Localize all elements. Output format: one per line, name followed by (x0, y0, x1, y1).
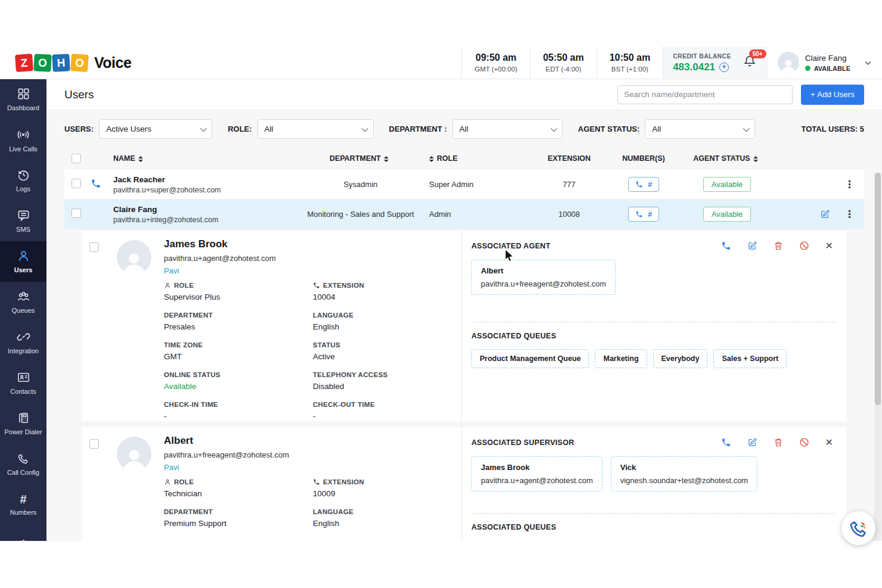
user-email: pavithra.u+super@zohotest.com (113, 186, 292, 194)
column-agent-status[interactable]: AGENT STATUS (679, 154, 775, 163)
hash-icon: # (648, 180, 652, 189)
add-users-button[interactable]: + Add Users (801, 85, 864, 105)
user-department: Monitoring - Sales and Support (292, 210, 429, 219)
search-input[interactable] (617, 85, 793, 104)
user-name: Albert (164, 435, 289, 447)
language-value: English (313, 322, 462, 331)
table-row[interactable]: Claire Fang pavithra.u+integ@zohotest.co… (64, 200, 864, 229)
column-department[interactable]: DEPARTMENT (292, 154, 429, 163)
clock-bst: 10:50 am BST (+1:00) (597, 46, 663, 79)
select-all-checkbox[interactable] (72, 154, 81, 163)
user-name: Jack Reacher (113, 175, 292, 184)
column-extension[interactable]: EXTENSION (530, 154, 608, 163)
user-name: Claire Fang (805, 54, 850, 63)
call-icon[interactable] (91, 178, 101, 189)
users-filter-select[interactable]: Active Users (99, 119, 212, 139)
sort-icon (429, 156, 434, 162)
page-title: Users (64, 88, 94, 101)
delete-icon[interactable] (774, 241, 783, 251)
user-role: Super Admin (429, 180, 530, 189)
associated-queues-title: ASSOCIATED QUEUES (471, 332, 844, 340)
dialer-fab-button[interactable] (841, 511, 875, 545)
phone-icon (635, 181, 643, 188)
row-checkbox[interactable] (89, 439, 99, 449)
department-filter-label: DEPARTMENT : (389, 125, 447, 133)
extension-value: 10009 (313, 489, 462, 498)
header-right: 09:50 am GMT (+00:00) 05:50 am EDT (-4:0… (461, 46, 882, 79)
department-filter-select[interactable]: All (452, 119, 563, 139)
block-icon[interactable] (799, 241, 809, 251)
numbers-hash-icon: # (20, 493, 26, 505)
row-menu-button[interactable]: ⋮ (844, 179, 855, 189)
call-icon[interactable] (721, 437, 731, 447)
agent-status-filter-select[interactable]: All (645, 119, 755, 139)
gear-icon: ⚙ (17, 539, 29, 541)
edit-icon[interactable] (747, 437, 757, 447)
page-header: Users + Add Users (46, 79, 882, 110)
user-menu[interactable]: Claire Fang AVAILABLE (768, 46, 882, 79)
scrollbar-thumb[interactable] (875, 173, 881, 405)
close-icon[interactable]: ✕ (825, 438, 833, 447)
dialer-phone-icon (849, 518, 869, 539)
numbers-badge[interactable]: # (628, 177, 659, 192)
row-menu-button[interactable]: ⋮ (844, 209, 855, 219)
queue-chip[interactable]: Product Management Queue (471, 349, 589, 368)
associated-supervisor-card[interactable]: Vick vignesh.soundar+test@zohotest.com (611, 456, 757, 491)
table-row[interactable]: Jack Reacher pavithra.u+super@zohotest.c… (64, 170, 864, 200)
sidebar-item-logs[interactable]: Logs (0, 160, 46, 201)
associated-agent-card[interactable]: Albert pavithra.u+freeagent@zohotest.com (471, 260, 616, 295)
role-filter-select[interactable]: All (257, 119, 374, 139)
language-value: English (313, 519, 462, 528)
sidebar-item-integration[interactable]: Integration (0, 322, 46, 363)
logs-history-icon (17, 168, 30, 182)
users-filter-label: USERS: (64, 125, 94, 133)
notifications-button[interactable]: 50+ (743, 55, 756, 70)
sidebar-item-live-calls[interactable]: Live Calls (0, 120, 46, 160)
queue-chip[interactable]: Everybody (653, 349, 708, 368)
product-name: Voice (94, 54, 131, 71)
edit-icon[interactable] (747, 241, 757, 251)
close-icon[interactable]: ✕ (825, 241, 833, 251)
sidebar-item-sms[interactable]: SMS (0, 201, 46, 241)
zoho-voice-app: Z O H O Voice 09:50 am GMT (+00:00) 05:5… (0, 0, 882, 588)
sidebar-item-dashboard[interactable]: Dashboard (0, 79, 46, 120)
notification-count-badge: 50+ (749, 49, 766, 58)
chevron-down-icon[interactable] (864, 58, 872, 67)
sidebar-item-users[interactable]: Users (0, 241, 46, 282)
dashboard-grid-icon (17, 87, 30, 101)
phone-icon (313, 478, 320, 486)
hash-icon: # (648, 210, 652, 219)
queue-chip[interactable]: Marketing (595, 349, 647, 368)
vertical-scrollbar[interactable] (874, 173, 881, 541)
numbers-badge[interactable]: # (628, 207, 659, 222)
user-email: pavithra.u+freeagent@zohotest.com (164, 450, 289, 459)
org-link[interactable]: Pavi (164, 463, 289, 472)
associated-supervisor-card[interactable]: James Brook pavithra.u+agent@zohotest.co… (471, 456, 603, 491)
users-person-icon (17, 249, 30, 263)
sidebar-item-queues[interactable]: Queues (0, 282, 46, 322)
block-icon[interactable] (799, 437, 809, 447)
sidebar-item-contacts[interactable]: Contacts (0, 363, 46, 403)
expanded-user-card: James Brook pavithra.u+agent@zohotest.co… (82, 231, 846, 421)
column-role[interactable]: ROLE (429, 154, 530, 163)
row-checkbox[interactable] (72, 209, 81, 218)
user-email: pavithra.u+integ@zohotest.com (113, 216, 292, 224)
sort-icon (753, 156, 758, 162)
sidebar-item-numbers[interactable]: # Numbers (0, 484, 46, 525)
add-credit-icon[interactable]: + (719, 63, 729, 72)
column-numbers[interactable]: NUMBER(S) (608, 154, 679, 163)
chevron-down-icon (200, 125, 207, 131)
sidebar-item-settings[interactable]: ⚙ (0, 525, 46, 541)
column-name[interactable]: NAME (113, 154, 292, 163)
sidebar-item-power-dialer[interactable]: Power Dialer (0, 403, 46, 444)
sidebar-item-call-config[interactable]: Call Config (0, 444, 46, 484)
zoho-voice-logo[interactable]: Z O H O Voice (15, 54, 131, 71)
call-icon[interactable] (721, 241, 731, 251)
row-checkbox[interactable] (72, 179, 81, 188)
org-link[interactable]: Pavi (164, 266, 276, 275)
queue-chip[interactable]: Sales + Support (713, 349, 787, 368)
delete-icon[interactable] (774, 437, 783, 447)
edit-icon[interactable] (820, 209, 830, 219)
row-checkbox[interactable] (89, 242, 99, 252)
department-value: Presales (164, 322, 313, 331)
